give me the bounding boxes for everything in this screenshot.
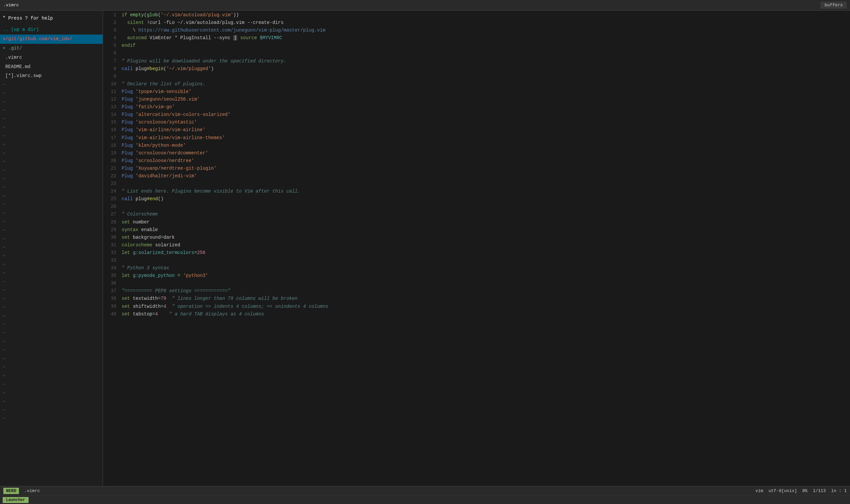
- tilde-9: ~: [0, 149, 103, 158]
- status-vim: vim: [755, 488, 763, 493]
- buffers-button[interactable]: buffers: [820, 2, 847, 8]
- code-line-22: Plug 'davidhalter/jedi-vim': [122, 172, 850, 180]
- code-lines[interactable]: if empty(glob('~/.vim/autoload/plug.vim'…: [119, 11, 850, 486]
- code-line-28: set number: [122, 218, 850, 226]
- line-number-36: 36: [103, 280, 116, 287]
- line-number-35: 35: [103, 272, 116, 280]
- tilde-4: ~: [0, 107, 103, 115]
- code-line-5: endif: [122, 42, 850, 50]
- line-number-8: 8: [103, 65, 116, 73]
- status-position: ln : 1: [831, 488, 847, 493]
- line-number-7: 7: [103, 57, 116, 65]
- line-number-37: 37: [103, 287, 116, 295]
- tilde-25: ~: [0, 286, 103, 295]
- line-number-14: 14: [103, 111, 116, 119]
- line-number-32: 32: [103, 249, 116, 257]
- tilde-16: ~: [0, 209, 103, 218]
- status-encoding: utf-8[unix]: [768, 488, 797, 493]
- line-number-39: 39: [103, 303, 116, 310]
- sidebar-item-git[interactable]: + .git/: [0, 44, 103, 53]
- tilde-31: ~: [0, 338, 103, 346]
- tilde-3: ~: [0, 98, 103, 107]
- code-line-7: " Plugins will be downloaded under the s…: [122, 57, 850, 65]
- tilde-7: ~: [0, 132, 103, 141]
- line-number-10: 10: [103, 80, 116, 88]
- tilde-40: ~: [0, 415, 103, 423]
- tilde-22: ~: [0, 260, 103, 269]
- status-percent: 0%: [802, 488, 808, 493]
- line-number-30: 30: [103, 234, 116, 241]
- line-number-29: 29: [103, 226, 116, 234]
- status-lines: 1/113: [813, 488, 826, 493]
- line-number-2: 2: [103, 19, 116, 26]
- code-line-35: let g:pymode_python = 'python3': [122, 272, 850, 280]
- sidebar-item-vimrc[interactable]: .vimrc: [0, 53, 103, 62]
- code-line-25: call plug#end(): [122, 195, 850, 203]
- status-right: vim utf-8[unix] 0% 1/113 ln : 1: [755, 488, 847, 493]
- line-number-4: 4: [103, 34, 116, 42]
- code-line-6: [122, 50, 850, 57]
- sidebar-item-readme[interactable]: README.md: [0, 62, 103, 72]
- code-line-9: [122, 73, 850, 80]
- code-line-40: set tabstop=4 " a hard TAB displays as 4…: [122, 310, 850, 318]
- tilde-28: ~: [0, 312, 103, 321]
- line-number-25: 25: [103, 195, 116, 203]
- tilde-30: ~: [0, 329, 103, 338]
- tilde-33: ~: [0, 355, 103, 363]
- line-number-27: 27: [103, 211, 116, 218]
- code-line-17: Plug 'vim-airline/vim-airline-themes': [122, 134, 850, 142]
- code-line-30: set background=dark: [122, 234, 850, 241]
- tilde-17: ~: [0, 218, 103, 227]
- tilde-35: ~: [0, 372, 103, 380]
- code-line-2: silent !curl -fLo ~/.vim/autoload/plug.v…: [122, 19, 850, 26]
- tilde-32: ~: [0, 346, 103, 355]
- file-tree-sidebar: " Press ? for help .. (up a dir) s/git/g…: [0, 11, 103, 486]
- code-line-15: Plug 'scrooloose/syntastic': [122, 119, 850, 126]
- code-line-1: if empty(glob('~/.vim/autoload/plug.vim'…: [122, 11, 850, 19]
- code-line-38: set textwidth=79 " lines longer than 79 …: [122, 295, 850, 303]
- line-number-11: 11: [103, 88, 116, 96]
- sidebar-item-github[interactable]: s/git/github.com/vim_idv/: [0, 35, 103, 44]
- tilde-18: ~: [0, 227, 103, 235]
- code-line-13: Plug 'fatih/vim-go': [122, 103, 850, 111]
- tilde-6: ~: [0, 124, 103, 132]
- tilde-15: ~: [0, 200, 103, 209]
- line-number-13: 13: [103, 103, 116, 111]
- launcher-button[interactable]: Launcher: [3, 497, 29, 503]
- line-number-12: 12: [103, 96, 116, 103]
- code-line-19: Plug 'scrooloose/nerdcommenter': [122, 149, 850, 157]
- code-editor[interactable]: 1234567891011121314151617181920212223242…: [103, 11, 850, 486]
- code-line-4: autocmd VimEnter * PlugInstall --sync | …: [122, 34, 850, 42]
- line-number-1: 1: [103, 11, 116, 19]
- code-line-8: call plug#begin('~/.vim/plugged'): [122, 65, 850, 73]
- code-line-10: " Declare the list of plugins.: [122, 80, 850, 88]
- status-left: NERD .vimrc: [3, 488, 40, 494]
- line-number-17: 17: [103, 134, 116, 142]
- tilde-13: ~: [0, 184, 103, 192]
- tilde-5: ~: [0, 115, 103, 124]
- code-line-16: Plug 'vim-airline/vim-airline': [122, 126, 850, 134]
- sidebar-item-up-dir[interactable]: .. (up a dir): [0, 25, 103, 35]
- tilde-36: ~: [0, 380, 103, 389]
- sidebar-item-swap[interactable]: [*].vimrc.swp: [0, 71, 103, 81]
- status-filename: .vimrc: [24, 488, 40, 493]
- window-title: .vimrc: [3, 3, 19, 7]
- nerd-label: NERD: [3, 488, 19, 494]
- code-line-32: let g:solarized_termcolors=256: [122, 249, 850, 257]
- code-line-37: "========== PEP8 settings ============": [122, 287, 850, 295]
- help-text: " Press ? for help: [3, 16, 53, 21]
- line-numbers: 1234567891011121314151617181920212223242…: [103, 11, 119, 486]
- line-number-5: 5: [103, 42, 116, 50]
- code-line-34: " Python 3 syntax: [122, 264, 850, 272]
- code-line-26: [122, 203, 850, 211]
- tilde-8: ~: [0, 141, 103, 149]
- code-line-31: colorscheme solarized: [122, 241, 850, 249]
- line-number-20: 20: [103, 157, 116, 165]
- code-line-27: " Colorscheme: [122, 211, 850, 218]
- title-bar: .vimrc buffers: [0, 0, 850, 11]
- line-number-34: 34: [103, 264, 116, 272]
- tilde-29: ~: [0, 320, 103, 329]
- tilde-2: ~: [0, 89, 103, 98]
- code-line-24: " List ends here. Plugins become visible…: [122, 187, 850, 195]
- tilde-1: ~: [0, 81, 103, 89]
